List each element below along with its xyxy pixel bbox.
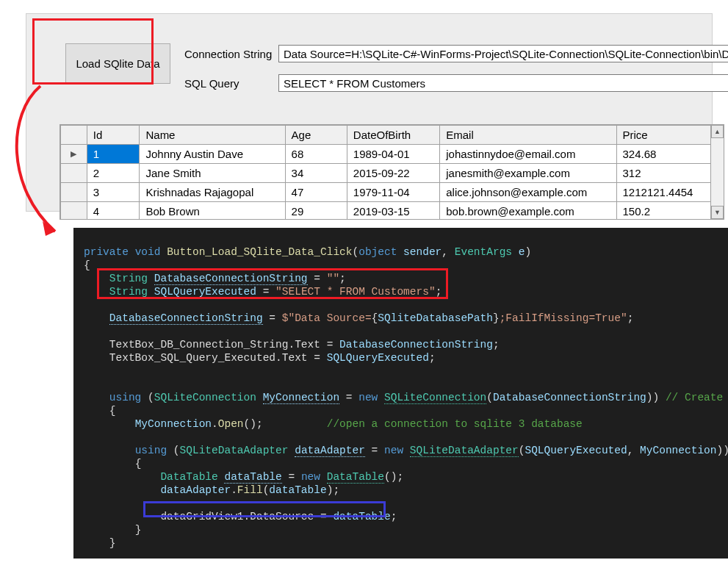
grid-header-row: Id Name Age DateOfBirth Email Price [61,126,724,145]
grid-col-price[interactable]: Price [616,126,723,145]
cell-dob[interactable]: 2019-03-15 [347,202,439,220]
grid-row[interactable]: 4 Bob Brown 29 2019-03-15 bob.brown@exam… [61,202,724,220]
grid-col-dob[interactable]: DateOfBirth [347,126,439,145]
load-sqlite-data-button[interactable]: Load SQlite Data [65,43,170,84]
row-header [61,202,87,220]
row-indicator-icon: ▶ [61,145,87,164]
cell-age[interactable]: 68 [285,145,347,164]
connection-string-label: Connection String [184,48,272,60]
cell-id[interactable]: 4 [87,202,140,220]
grid-vertical-scrollbar[interactable]: ▲ ▼ [710,125,724,219]
grid-corner [61,126,87,145]
cell-age[interactable]: 34 [285,164,347,183]
row-header [61,164,87,183]
grid-col-email[interactable]: Email [440,126,616,145]
grid-col-name[interactable]: Name [140,126,285,145]
cell-price[interactable]: 1212121.4454 [616,183,723,202]
cell-dob[interactable]: 2015-09-22 [347,164,439,183]
cell-dob[interactable]: 1979-11-04 [347,183,439,202]
connection-string-input[interactable] [278,45,728,62]
cell-name[interactable]: Johnny Austin Dave [140,145,285,164]
cell-email[interactable]: bob.brown@example.com [440,202,616,220]
cell-price[interactable]: 312 [616,164,723,183]
cell-age[interactable]: 29 [285,202,347,220]
data-grid[interactable]: Id Name Age DateOfBirth Email Price ▶ 1 … [60,124,724,220]
cell-price[interactable]: 150.2 [616,202,723,220]
cell-id[interactable]: 2 [87,164,140,183]
cell-id[interactable]: 3 [87,183,140,202]
code-editor[interactable]: private void Button_Load_SQlite_Data_Cli… [73,228,728,559]
scroll-up-icon[interactable]: ▲ [711,125,724,138]
cell-age[interactable]: 47 [285,183,347,202]
grid-col-id[interactable]: Id [87,126,140,145]
grid-row[interactable]: 2 Jane Smith 34 2015-09-22 janesmith@exa… [61,164,724,183]
cell-name[interactable]: Bob Brown [140,202,285,220]
cell-price[interactable]: 324.68 [616,145,723,164]
grid-row[interactable]: ▶ 1 Johnny Austin Dave 68 1989-04-01 joh… [61,145,724,164]
grid-row[interactable]: 3 Krishnadas Rajagopal 47 1979-11-04 ali… [61,183,724,202]
cell-name[interactable]: Jane Smith [140,164,285,183]
cell-email[interactable]: johastinnydoe@email.com [440,145,616,164]
scroll-down-icon[interactable]: ▼ [711,206,724,219]
cell-email[interactable]: janesmith@example.com [440,164,616,183]
form-panel: Load SQlite Data Connection String SQL Q… [26,13,713,212]
cell-dob[interactable]: 1989-04-01 [347,145,439,164]
cell-id[interactable]: 1 [87,145,140,164]
sql-query-input[interactable] [278,74,728,92]
grid-col-age[interactable]: Age [285,126,347,145]
cell-name[interactable]: Krishnadas Rajagopal [140,183,285,202]
sql-query-label: SQL Query [184,77,239,90]
svg-marker-0 [43,221,55,236]
cell-email[interactable]: alice.johnson@example.com [440,183,616,202]
row-header [61,183,87,202]
